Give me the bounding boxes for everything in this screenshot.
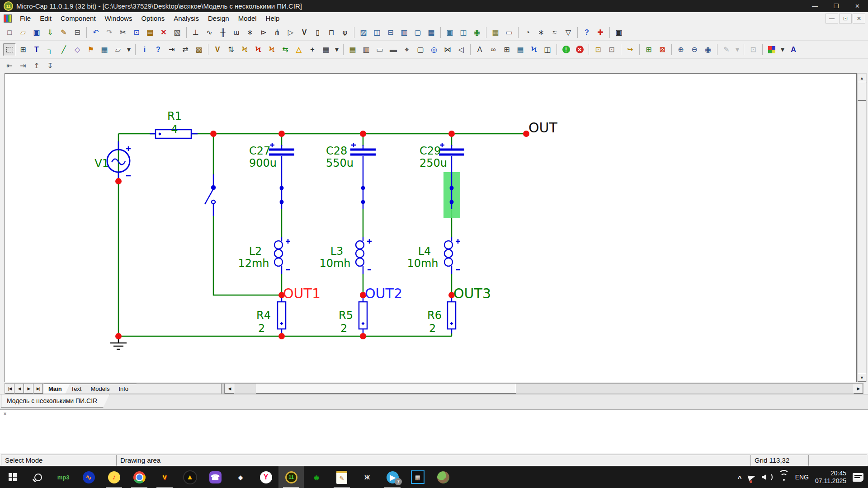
- net-label-out3[interactable]: OUT3: [453, 286, 491, 301]
- label-c29-val[interactable]: 250u: [420, 157, 447, 169]
- no-errors-button[interactable]: !: [560, 43, 572, 56]
- new-window-button[interactable]: ▢: [411, 26, 424, 39]
- minimize-button[interactable]: —: [804, 0, 826, 12]
- restore-view-button[interactable]: ⊡: [747, 43, 760, 56]
- warning-display-button[interactable]: △: [292, 43, 305, 56]
- hscroll-right-button[interactable]: ▶: [854, 384, 863, 394]
- draw-tool-dropdown[interactable]: ▾: [734, 43, 741, 56]
- label-r6-ref[interactable]: R6: [427, 309, 442, 322]
- node-numbers-button[interactable]: ⇅: [225, 43, 237, 56]
- component-l3[interactable]: [356, 237, 372, 274]
- scale-mode-button[interactable]: ▱: [112, 43, 124, 56]
- component-c29[interactable]: [439, 143, 464, 209]
- select-mode-button[interactable]: [3, 43, 16, 56]
- shape-editor-button[interactable]: ⊞: [500, 43, 513, 56]
- taskbar-microcap-icon[interactable]: 11: [278, 466, 304, 488]
- taskbar-audacity-icon[interactable]: ∿: [76, 466, 101, 488]
- menu-edit[interactable]: Edit: [35, 13, 56, 24]
- flag-mode-button[interactable]: ⚑: [85, 43, 97, 56]
- tile-horizontal-button[interactable]: ⊟: [384, 26, 397, 39]
- label-l2-val[interactable]: 12mh: [238, 257, 269, 270]
- page-box-button[interactable]: ▥: [360, 43, 373, 56]
- grid-button[interactable]: ▦: [320, 43, 332, 56]
- tray-expand-icon[interactable]: ^: [738, 474, 742, 482]
- last-sheet-button[interactable]: ▶|: [33, 384, 43, 394]
- import-button[interactable]: ⇓: [44, 26, 57, 39]
- mdi-minimize-button[interactable]: —: [826, 14, 838, 23]
- web-button[interactable]: ◉: [471, 26, 483, 39]
- prev-sheet-button[interactable]: ◀: [14, 384, 24, 394]
- copy-button[interactable]: ⊡: [130, 26, 143, 39]
- open-circuit-button[interactable]: ▱: [17, 26, 29, 39]
- label-l3-val[interactable]: 10mh: [319, 257, 350, 270]
- component-l4[interactable]: [444, 237, 460, 274]
- menu-analysis[interactable]: Analysis: [169, 13, 203, 24]
- select-region-button[interactable]: ▧: [171, 26, 184, 39]
- wire-mode-button[interactable]: ┐: [44, 43, 57, 56]
- files-button[interactable]: ▭: [503, 26, 515, 39]
- pin-button[interactable]: ✚: [594, 26, 607, 39]
- calculator-button[interactable]: ▦: [489, 26, 502, 39]
- label-c28-ref[interactable]: C28: [326, 145, 347, 157]
- delete-button[interactable]: ✕: [157, 26, 170, 39]
- curves-button[interactable]: ≈: [548, 26, 561, 39]
- start-button[interactable]: [0, 466, 25, 488]
- battery-component-button[interactable]: ▯: [311, 26, 324, 39]
- panel-close-button[interactable]: ×: [2, 411, 8, 417]
- bring-to-front-button[interactable]: ⊡: [592, 43, 604, 56]
- notification-center-icon[interactable]: [853, 473, 863, 482]
- component-l2[interactable]: [274, 237, 290, 274]
- scroll-down-button[interactable]: ▼: [858, 373, 866, 382]
- label-v1-ref[interactable]: V1: [94, 157, 109, 170]
- sheet-tab-main[interactable]: Main: [44, 384, 70, 394]
- save-circuit-button[interactable]: ▣: [30, 26, 43, 39]
- taskbar-red-v-icon[interactable]: V: [152, 466, 177, 488]
- taskbar-chrome-icon[interactable]: [127, 466, 152, 488]
- probe-button[interactable]: Ϟ: [528, 43, 540, 56]
- component-mode-button[interactable]: ⊞: [17, 43, 29, 56]
- menu-design[interactable]: Design: [203, 13, 234, 24]
- taskbar-notepad-icon[interactable]: ✎: [329, 466, 354, 488]
- title-block-button[interactable]: ▬: [387, 43, 400, 56]
- schematic-canvas[interactable]: R1 4 V1 C27 900u C28 550u C29 250u L2 12…: [5, 74, 857, 382]
- delete-page-button[interactable]: ⊠: [656, 43, 669, 56]
- label-r1-ref[interactable]: R1: [167, 110, 182, 122]
- text-mode-button[interactable]: T: [30, 43, 43, 56]
- first-sheet-button[interactable]: |◀: [5, 384, 14, 394]
- cut-button[interactable]: ✂: [117, 26, 129, 39]
- net-label-out2[interactable]: OUT2: [365, 286, 402, 301]
- capacitor-component-button[interactable]: ╫: [217, 26, 229, 39]
- point-to-end-paths-button[interactable]: ⇥: [165, 43, 178, 56]
- label-l3-ref[interactable]: L3: [330, 245, 344, 258]
- phase-source-component-button[interactable]: φ: [339, 26, 351, 39]
- condition-display-button[interactable]: ⇆: [279, 43, 292, 56]
- opamp-component-button[interactable]: ▷: [284, 26, 297, 39]
- label-r4-val[interactable]: 2: [258, 322, 265, 335]
- zoom-in-button[interactable]: ⊕: [675, 43, 687, 56]
- tile-vertical-button[interactable]: ◫: [371, 26, 383, 39]
- attribute-text-button[interactable]: V: [211, 43, 224, 56]
- vertical-scroll-thumb[interactable]: [858, 83, 866, 101]
- exit-button[interactable]: ▣: [613, 26, 625, 39]
- voltage-source-component-button[interactable]: V: [298, 26, 311, 39]
- label-r5-ref[interactable]: R5: [339, 309, 353, 322]
- send-to-back-button[interactable]: ⊡: [605, 43, 618, 56]
- wifi-icon[interactable]: [779, 474, 789, 481]
- find-component-button[interactable]: A: [473, 43, 486, 56]
- undo-button[interactable]: ↶: [90, 26, 102, 39]
- watch-button[interactable]: ◔: [521, 26, 534, 39]
- drawing-area[interactable]: R1 4 V1 C27 900u C28 550u C29 250u L2 12…: [5, 73, 857, 382]
- scroll-up-button[interactable]: ▲: [858, 74, 866, 82]
- mdi-close-button[interactable]: ✕: [853, 14, 865, 23]
- taskbar-video-editor-icon[interactable]: ▦: [405, 466, 430, 488]
- vertical-scrollbar[interactable]: ▲ ▼: [857, 73, 867, 382]
- taskbar-mp3directcut-icon[interactable]: mp3: [51, 466, 76, 488]
- draw-tool-button[interactable]: ✎: [720, 43, 733, 56]
- align-left-button[interactable]: ⇤: [3, 60, 16, 72]
- settings-button[interactable]: ∗: [535, 26, 547, 39]
- picture-mode-button[interactable]: ▦: [98, 43, 111, 56]
- region-enable-button[interactable]: ▩: [193, 43, 205, 56]
- crosshair-button[interactable]: ⌖: [401, 43, 413, 56]
- component-c28[interactable]: [350, 143, 376, 209]
- zoom-out-button[interactable]: ⊖: [688, 43, 701, 56]
